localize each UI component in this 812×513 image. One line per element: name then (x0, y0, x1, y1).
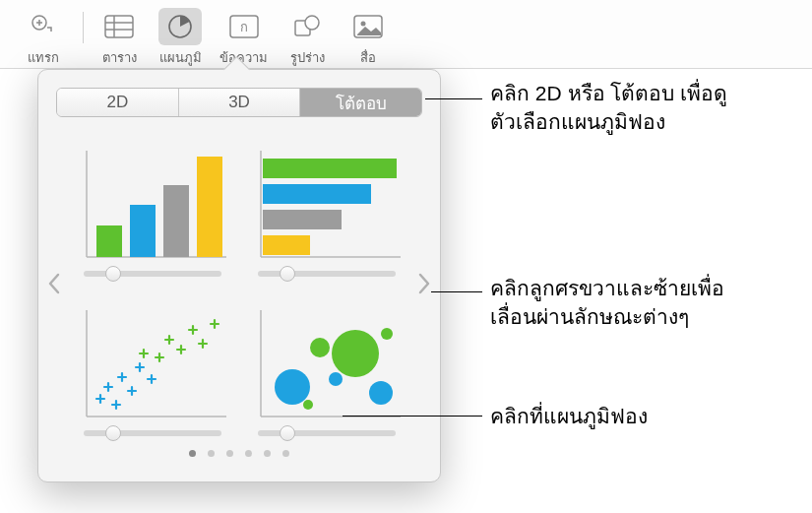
insert-icon (22, 8, 65, 45)
svg-rect-17 (130, 205, 156, 257)
segment-interactive[interactable]: โต้ตอบ (300, 89, 421, 116)
svg-rect-24 (263, 210, 342, 229)
tool-table-label: ตาราง (102, 47, 137, 68)
tool-shape[interactable]: รูปร่าง (285, 8, 329, 68)
callout-1-line1: คลิก 2D หรือ โต้ตอบ เพื่อดู (490, 82, 727, 104)
tool-shape-label: รูปร่าง (290, 47, 325, 68)
callout-line-3 (343, 416, 482, 417)
bar-chart-slider[interactable] (258, 271, 396, 277)
segment-2d[interactable]: 2D (57, 89, 179, 116)
svg-rect-23 (263, 184, 371, 204)
text-icon: ก (222, 8, 266, 45)
svg-point-61 (332, 330, 379, 377)
tool-text[interactable]: ก ข้อความ (219, 8, 268, 68)
svg-point-60 (329, 372, 343, 386)
scatter-chart-thumb (79, 310, 226, 420)
callout-2-line1: คลิกลูกศรขวาและซ้ายเพื่อ (490, 277, 724, 299)
page-dot-6[interactable] (282, 450, 289, 457)
svg-point-11 (305, 16, 319, 30)
svg-text:ก: ก (240, 20, 248, 34)
column-chart-thumb (79, 151, 226, 261)
toolbar-divider (83, 12, 84, 43)
svg-rect-3 (105, 16, 133, 37)
tool-media[interactable]: สื่อ (346, 8, 390, 68)
shape-icon (285, 8, 329, 45)
svg-point-63 (381, 328, 393, 340)
callout-3: คลิกที่แผนภูมิฟอง (490, 402, 648, 430)
page-dot-3[interactable] (226, 450, 233, 457)
tool-media-label: สื่อ (360, 47, 376, 68)
svg-point-58 (275, 369, 310, 405)
svg-rect-25 (263, 235, 310, 255)
tool-table[interactable]: ตาราง (97, 8, 141, 68)
segment-3d[interactable]: 3D (179, 89, 301, 116)
callout-1: คลิก 2D หรือ โต้ตอบ เพื่อดู ตัวเลือกแผนภ… (490, 79, 727, 137)
page-dot-1[interactable] (189, 450, 196, 457)
tool-insert[interactable]: แทรก (22, 8, 65, 68)
chevron-right-icon (417, 273, 431, 294)
bubble-chart-slider[interactable] (258, 430, 396, 436)
svg-point-62 (369, 381, 393, 405)
page-dot-5[interactable] (264, 450, 271, 457)
svg-rect-22 (263, 159, 397, 178)
svg-point-13 (361, 22, 366, 27)
style-page-dots[interactable] (38, 450, 440, 457)
page-dot-2[interactable] (208, 450, 215, 457)
tool-insert-label: แทรก (28, 47, 59, 68)
callout-2-line2: เลื่อนผ่านลักษณะต่างๆ (490, 305, 689, 328)
svg-point-64 (303, 400, 313, 410)
chart-option-bubble[interactable] (246, 290, 406, 436)
media-icon (346, 8, 390, 45)
bubble-chart-thumb (253, 310, 401, 420)
svg-rect-16 (96, 225, 122, 257)
column-chart-slider[interactable] (84, 271, 221, 277)
chart-option-scatter[interactable] (72, 290, 232, 436)
callout-2: คลิกลูกศรขวาและซ้ายเพื่อ เลื่อนผ่านลักษณ… (490, 274, 724, 332)
chart-dimension-segments: 2D 3D โต้ตอบ (56, 88, 422, 117)
scatter-chart-slider[interactable] (84, 430, 221, 436)
bar-chart-thumb (253, 151, 401, 261)
next-style-arrow[interactable] (412, 264, 436, 303)
chart-option-column[interactable] (72, 131, 232, 277)
page-dot-4[interactable] (245, 450, 252, 457)
help-callouts: คลิก 2D หรือ โต้ตอบ เพื่อดู ตัวเลือกแผนภ… (441, 0, 805, 513)
tool-chart-label: แผนภูมิ (159, 47, 202, 68)
svg-point-59 (310, 338, 330, 357)
chart-style-grid (38, 131, 440, 436)
table-icon (97, 8, 141, 45)
svg-rect-18 (163, 185, 189, 257)
chart-icon (158, 8, 202, 45)
chevron-left-icon (47, 273, 61, 294)
tool-chart[interactable]: แผนภูมิ (158, 8, 202, 68)
svg-rect-19 (197, 157, 222, 257)
callout-line-1 (425, 98, 482, 99)
prev-style-arrow[interactable] (42, 264, 66, 303)
chart-option-bar[interactable] (246, 131, 406, 277)
callout-line-2 (431, 291, 482, 292)
callout-1-line2: ตัวเลือกแผนภูมิฟอง (490, 110, 665, 133)
chart-popover: 2D 3D โต้ตอบ (37, 69, 441, 482)
